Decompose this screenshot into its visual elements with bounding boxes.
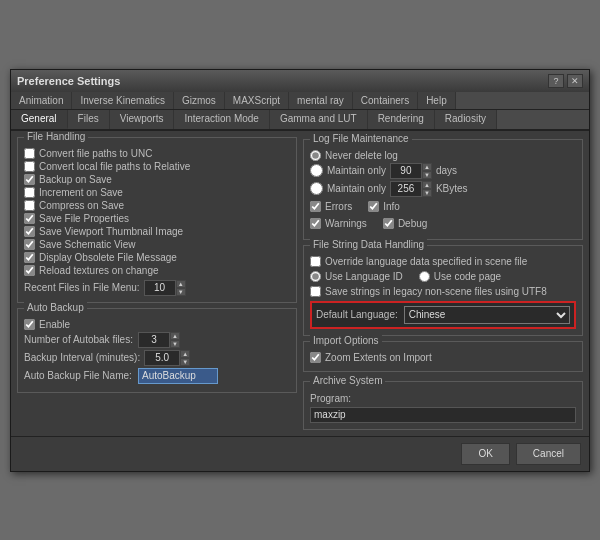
days-arrows: ▲ ▼ (422, 163, 432, 179)
checkbox-obsolete-input[interactable] (24, 252, 35, 263)
checkbox-relative-label: Convert local file paths to Relative (39, 161, 190, 172)
checkbox-increment: Increment on Save (24, 187, 290, 198)
num-autobak-arrows: ▲ ▼ (170, 332, 180, 348)
tab-mental-ray[interactable]: mental ray (289, 92, 353, 109)
never-delete-radio[interactable] (310, 150, 321, 161)
enable-row: Enable (24, 319, 290, 330)
tab-files[interactable]: Files (68, 110, 110, 129)
info-checkbox[interactable] (368, 201, 379, 212)
checkbox-increment-label: Increment on Save (39, 187, 123, 198)
use-lang-id-label: Use Language ID (325, 271, 403, 282)
never-delete-label: Never delete log (325, 150, 398, 161)
num-autobak-spin: ▲ ▼ (138, 332, 180, 348)
tab-radiosity[interactable]: Radiosity (435, 110, 497, 129)
checkbox-thumbnail-label: Save Viewport Thumbnail Image (39, 226, 183, 237)
num-autobak-input[interactable] (138, 332, 170, 348)
kbytes-down[interactable]: ▼ (422, 189, 432, 197)
recent-files-down[interactable]: ▼ (176, 288, 186, 296)
days-input[interactable] (390, 163, 422, 179)
recent-files-row: Recent Files in File Menu: ▲ ▼ (24, 280, 290, 296)
enable-label: Enable (39, 319, 70, 330)
archive-system-group: Archive System Program: (303, 381, 583, 430)
recent-files-up[interactable]: ▲ (176, 280, 186, 288)
tab-help[interactable]: Help (418, 92, 456, 109)
enable-checkbox[interactable] (24, 319, 35, 330)
checkbox-thumbnail: Save Viewport Thumbnail Image (24, 226, 290, 237)
num-autobak-down[interactable]: ▼ (170, 340, 180, 348)
close-button[interactable]: ✕ (567, 74, 583, 88)
checkbox-increment-input[interactable] (24, 187, 35, 198)
interval-down[interactable]: ▼ (180, 358, 190, 366)
days-up[interactable]: ▲ (422, 163, 432, 171)
debug-row: Debug (383, 218, 427, 229)
override-label: Override language data specified in scen… (325, 256, 527, 267)
maintain-days-radio[interactable] (310, 164, 323, 177)
lang-options-row: Use Language ID Use code page (310, 269, 576, 284)
cancel-button[interactable]: Cancel (516, 443, 581, 465)
checkbox-reload-input[interactable] (24, 265, 35, 276)
maintain-days-label: Maintain only (327, 165, 386, 176)
checkbox-thumbnail-input[interactable] (24, 226, 35, 237)
use-lang-id-radio[interactable] (310, 271, 321, 282)
tab-gamma-lut[interactable]: Gamma and LUT (270, 110, 368, 129)
import-options-title: Import Options (310, 335, 382, 346)
title-buttons: ? ✕ (548, 74, 583, 88)
save-strings-checkbox[interactable] (310, 286, 321, 297)
tab-animation[interactable]: Animation (11, 92, 72, 109)
save-strings-label: Save strings in legacy non-scene files u… (325, 286, 547, 297)
maintain-kbytes-label: Maintain only (327, 183, 386, 194)
days-down[interactable]: ▼ (422, 171, 432, 179)
checkbox-reload-label: Reload textures on change (39, 265, 159, 276)
use-lang-id-row: Use Language ID (310, 271, 403, 282)
program-input[interactable] (310, 407, 576, 423)
errors-label: Errors (325, 201, 352, 212)
interval-up[interactable]: ▲ (180, 350, 190, 358)
zoom-extents-row: Zoom Extents on Import (310, 352, 576, 363)
override-checkbox[interactable] (310, 256, 321, 267)
checkbox-schematic-label: Save Schematic View (39, 239, 136, 250)
errors-checkbox[interactable] (310, 201, 321, 212)
recent-files-spin: ▲ ▼ (144, 280, 186, 296)
use-code-page-radio[interactable] (419, 271, 430, 282)
tab-bar-row2: General Files Viewports Interaction Mode… (11, 110, 589, 131)
num-autobak-up[interactable]: ▲ (170, 332, 180, 340)
file-handling-title: File Handling (24, 131, 88, 142)
errors-row: Errors (310, 201, 352, 212)
warnings-checkbox[interactable] (310, 218, 321, 229)
checkbox-relative-input[interactable] (24, 161, 35, 172)
tab-gizmos[interactable]: Gizmos (174, 92, 225, 109)
default-lang-select[interactable]: Chinese English Japanese Korean German F… (404, 306, 570, 324)
checkbox-backup-input[interactable] (24, 174, 35, 185)
kbytes-input[interactable] (390, 181, 422, 197)
kbytes-arrows: ▲ ▼ (422, 181, 432, 197)
recent-files-input[interactable] (144, 280, 176, 296)
backup-name-row: Auto Backup File Name: (24, 368, 290, 384)
kbytes-up[interactable]: ▲ (422, 181, 432, 189)
checkbox-unc-input[interactable] (24, 148, 35, 159)
tab-rendering[interactable]: Rendering (368, 110, 435, 129)
interval-input[interactable] (144, 350, 180, 366)
tab-maxscript[interactable]: MAXScript (225, 92, 289, 109)
help-button[interactable]: ? (548, 74, 564, 88)
tab-containers[interactable]: Containers (353, 92, 418, 109)
tab-viewports[interactable]: Viewports (110, 110, 175, 129)
warnings-label: Warnings (325, 218, 367, 229)
tab-interaction-mode[interactable]: Interaction Mode (174, 110, 270, 129)
maintain-kbytes-radio[interactable] (310, 182, 323, 195)
checkbox-schematic-input[interactable] (24, 239, 35, 250)
preference-settings-window: Preference Settings ? ✕ Animation Invers… (10, 69, 590, 472)
num-autobak-row: Number of Autobak files: ▲ ▼ (24, 332, 290, 348)
ok-button[interactable]: OK (461, 443, 509, 465)
zoom-extents-checkbox[interactable] (310, 352, 321, 363)
checkbox-backup-label: Backup on Save (39, 174, 112, 185)
default-lang-label: Default Language: (316, 309, 398, 320)
file-string-title: File String Data Handling (310, 239, 427, 250)
debug-checkbox[interactable] (383, 218, 394, 229)
debug-label: Debug (398, 218, 427, 229)
backup-name-input[interactable] (138, 368, 218, 384)
checkbox-save-props-input[interactable] (24, 213, 35, 224)
tab-general[interactable]: General (11, 110, 68, 129)
checkbox-compress-input[interactable] (24, 200, 35, 211)
tab-inverse-kinematics[interactable]: Inverse Kinematics (72, 92, 173, 109)
tab-bar-row1: Animation Inverse Kinematics Gizmos MAXS… (11, 92, 589, 110)
